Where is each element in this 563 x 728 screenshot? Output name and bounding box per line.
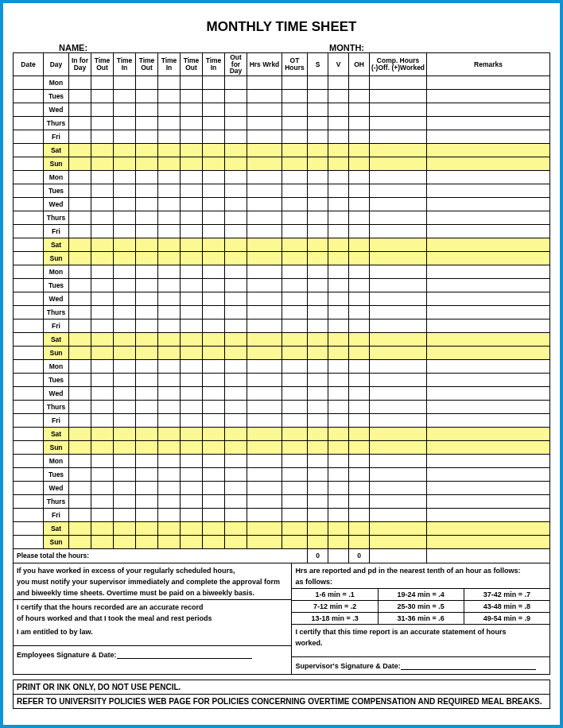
entry-cell[interactable] — [158, 427, 181, 440]
entry-cell[interactable] — [158, 89, 181, 103]
entry-cell[interactable] — [349, 332, 370, 346]
entry-cell[interactable] — [370, 535, 427, 548]
entry-cell[interactable] — [225, 251, 247, 265]
entry-cell[interactable] — [225, 319, 247, 332]
entry-cell[interactable] — [114, 494, 136, 508]
entry-cell[interactable] — [114, 116, 136, 130]
entry-cell[interactable] — [225, 508, 247, 521]
entry-cell[interactable] — [225, 454, 247, 467]
entry-cell[interactable] — [69, 508, 91, 521]
entry-cell[interactable] — [158, 170, 181, 184]
entry-cell[interactable] — [158, 211, 181, 224]
entry-cell[interactable] — [225, 184, 247, 197]
entry-cell[interactable] — [203, 76, 225, 89]
entry-cell[interactable] — [282, 386, 308, 400]
entry-cell[interactable] — [349, 197, 370, 211]
entry-cell[interactable] — [349, 224, 370, 238]
entry-cell[interactable] — [91, 373, 114, 386]
entry-cell[interactable] — [136, 508, 158, 521]
entry-cell[interactable] — [181, 508, 203, 521]
entry-cell[interactable] — [136, 184, 158, 197]
entry-cell[interactable] — [370, 130, 427, 143]
entry-cell[interactable] — [247, 508, 282, 521]
entry-cell[interactable] — [370, 265, 427, 278]
entry-cell[interactable] — [181, 305, 203, 319]
entry-cell[interactable] — [158, 494, 181, 508]
entry-cell[interactable] — [427, 157, 550, 170]
entry-cell[interactable] — [308, 346, 328, 359]
entry-cell[interactable] — [114, 427, 136, 440]
entry-cell[interactable] — [427, 373, 550, 386]
entry-cell[interactable] — [370, 76, 427, 89]
entry-cell[interactable] — [427, 440, 550, 454]
entry-cell[interactable] — [247, 494, 282, 508]
entry-cell[interactable] — [158, 265, 181, 278]
entry-cell[interactable] — [370, 494, 427, 508]
entry-cell[interactable] — [282, 116, 308, 130]
entry-cell[interactable] — [203, 143, 225, 157]
entry-cell[interactable] — [308, 508, 328, 521]
entry-cell[interactable] — [136, 170, 158, 184]
entry-cell[interactable] — [203, 373, 225, 386]
entry-cell[interactable] — [328, 116, 349, 130]
entry-cell[interactable] — [136, 211, 158, 224]
entry-cell[interactable] — [308, 238, 328, 251]
entry-cell[interactable] — [158, 103, 181, 116]
entry-cell[interactable] — [308, 481, 328, 494]
entry-cell[interactable] — [247, 467, 282, 481]
entry-cell[interactable] — [91, 278, 114, 292]
entry-cell[interactable] — [225, 481, 247, 494]
entry-cell[interactable] — [91, 116, 114, 130]
entry-cell[interactable] — [349, 130, 370, 143]
entry-cell[interactable] — [247, 251, 282, 265]
entry-cell[interactable] — [308, 211, 328, 224]
entry-cell[interactable] — [225, 89, 247, 103]
entry-cell[interactable] — [282, 265, 308, 278]
entry-cell[interactable] — [114, 508, 136, 521]
entry-cell[interactable] — [282, 359, 308, 373]
entry-cell[interactable] — [247, 454, 282, 467]
entry-cell[interactable] — [349, 211, 370, 224]
entry-cell[interactable] — [158, 481, 181, 494]
entry-cell[interactable] — [282, 224, 308, 238]
entry-cell[interactable] — [225, 197, 247, 211]
entry-cell[interactable] — [69, 143, 91, 157]
entry-cell[interactable] — [308, 400, 328, 413]
entry-cell[interactable] — [69, 359, 91, 373]
entry-cell[interactable] — [349, 76, 370, 89]
entry-cell[interactable] — [282, 278, 308, 292]
entry-cell[interactable] — [181, 292, 203, 305]
entry-cell[interactable] — [349, 305, 370, 319]
entry-cell[interactable] — [181, 454, 203, 467]
entry-cell[interactable] — [136, 76, 158, 89]
entry-cell[interactable] — [136, 440, 158, 454]
entry-cell[interactable] — [181, 238, 203, 251]
entry-cell[interactable] — [136, 319, 158, 332]
entry-cell[interactable] — [225, 211, 247, 224]
entry-cell[interactable] — [69, 386, 91, 400]
entry-cell[interactable] — [181, 278, 203, 292]
entry-cell[interactable] — [282, 454, 308, 467]
entry-cell[interactable] — [158, 238, 181, 251]
entry-cell[interactable] — [282, 197, 308, 211]
entry-cell[interactable] — [247, 305, 282, 319]
entry-cell[interactable] — [203, 535, 225, 548]
entry-cell[interactable] — [203, 265, 225, 278]
entry-cell[interactable] — [282, 157, 308, 170]
entry-cell[interactable] — [181, 359, 203, 373]
entry-cell[interactable] — [370, 238, 427, 251]
entry-cell[interactable] — [328, 481, 349, 494]
entry-cell[interactable] — [181, 400, 203, 413]
entry-cell[interactable] — [181, 535, 203, 548]
entry-cell[interactable] — [308, 427, 328, 440]
entry-cell[interactable] — [349, 454, 370, 467]
entry-cell[interactable] — [247, 224, 282, 238]
entry-cell[interactable] — [181, 521, 203, 535]
entry-cell[interactable] — [158, 359, 181, 373]
entry-cell[interactable] — [181, 224, 203, 238]
entry-cell[interactable] — [282, 251, 308, 265]
entry-cell[interactable] — [114, 184, 136, 197]
entry-cell[interactable] — [114, 454, 136, 467]
entry-cell[interactable] — [158, 332, 181, 346]
entry-cell[interactable] — [308, 103, 328, 116]
